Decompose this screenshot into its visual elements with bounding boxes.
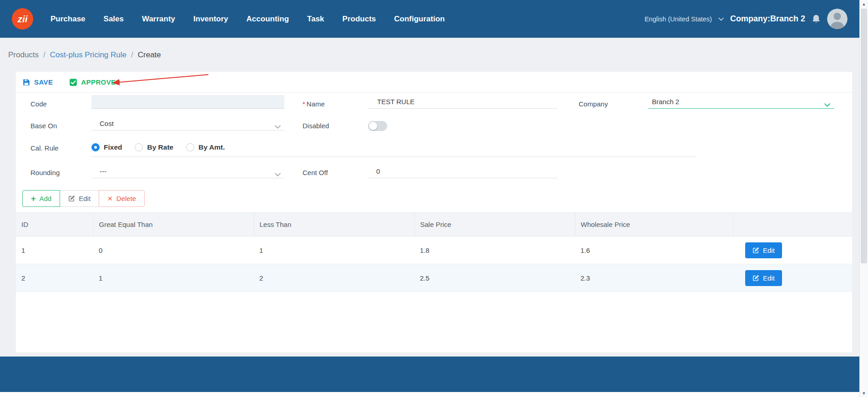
delete-label: Delete: [116, 195, 136, 202]
cell-id: 2: [16, 264, 93, 292]
row-edit-button[interactable]: Edit: [745, 270, 782, 286]
breadcrumb-create: Create: [138, 50, 161, 60]
app-logo[interactable]: zii: [12, 8, 33, 30]
edit-button[interactable]: Edit: [60, 190, 99, 207]
radio-option-by-rate[interactable]: By Rate: [135, 143, 173, 151]
col-header-wholesale-price: Wholesale Price: [575, 213, 733, 236]
add-button[interactable]: + Add: [22, 190, 60, 207]
company-selector[interactable]: Company:Branch 2: [730, 14, 805, 24]
edit-label: Edit: [79, 195, 91, 202]
rounding-value: ---: [91, 167, 106, 175]
pencil-icon: [68, 195, 75, 202]
company-value: Branch 2: [648, 98, 679, 106]
content-card: SAVE APPROVE Code *Name: [16, 72, 852, 352]
scroll-up-arrow[interactable]: ▲: [860, 0, 868, 8]
cent-off-label: Cent Off: [303, 168, 328, 177]
breadcrumb-products[interactable]: Products: [8, 50, 39, 60]
screen: zii Purchase Sales Warranty Inventory Ac…: [0, 0, 868, 397]
cell-wholesale-price: 2.3: [575, 264, 733, 292]
vertical-scrollbar[interactable]: ▲ ▼: [859, 0, 868, 397]
cent-off-input[interactable]: 0: [368, 165, 558, 178]
menu-item-purchase[interactable]: Purchase: [50, 15, 86, 24]
radio-label: Fixed: [104, 143, 122, 151]
save-button[interactable]: SAVE: [22, 78, 53, 86]
col-header-great-equal-than: Great Equal Than: [93, 213, 254, 236]
delete-button[interactable]: ✕ Delete: [99, 190, 145, 207]
company-select[interactable]: Branch 2: [648, 95, 834, 109]
row-edit-button[interactable]: Edit: [745, 242, 782, 258]
logo-text: zii: [17, 14, 27, 25]
radio-selected-icon: [91, 143, 100, 151]
menu-item-accounting[interactable]: Accounting: [247, 15, 289, 24]
divider: [91, 156, 696, 157]
cell-wholesale-price: 1.6: [575, 236, 733, 264]
breadcrumb-cost-plus-pricing-rule[interactable]: Cost-plus Pricing Rule: [50, 50, 126, 60]
language-selector[interactable]: English (United States): [645, 15, 712, 23]
person-icon: [827, 9, 848, 29]
scroll-down-arrow[interactable]: ▼: [860, 389, 868, 397]
col-header-sale-price: Sale Price: [414, 213, 575, 236]
approve-label: APPROVE: [81, 78, 116, 86]
radio-unselected-icon: [135, 143, 143, 151]
scrollbar-thumb[interactable]: [861, 9, 867, 263]
name-label-text: Name: [307, 100, 325, 108]
cell-less-than: 1: [254, 236, 414, 264]
menu-item-task[interactable]: Task: [307, 15, 324, 24]
approve-button[interactable]: APPROVE: [69, 78, 116, 86]
price-tier-table: ID Great Equal Than Less Than Sale Price…: [16, 212, 852, 292]
table-header-row: ID Great Equal Than Less Than Sale Price…: [16, 213, 852, 236]
menu-item-sales[interactable]: Sales: [104, 15, 124, 24]
menu-item-warranty[interactable]: Warranty: [142, 15, 175, 24]
cal-rule-radio-group: Fixed By Rate By Amt.: [91, 143, 225, 151]
disabled-label: Disabled: [303, 121, 329, 131]
table-row[interactable]: 1 0 1 1.8 1.6 Edit: [16, 236, 852, 264]
cell-less-than: 2: [254, 264, 414, 292]
menu-item-inventory[interactable]: Inventory: [193, 15, 228, 24]
chevron-down-icon: [275, 170, 281, 178]
menu-item-products[interactable]: Products: [343, 15, 376, 24]
name-value: TEST RULE: [368, 98, 414, 106]
row-edit-label: Edit: [763, 274, 775, 282]
save-label: SAVE: [34, 78, 53, 86]
radio-label: By Rate: [147, 143, 173, 151]
notifications-bell-icon[interactable]: [812, 14, 821, 24]
col-header-actions: [733, 213, 852, 236]
cell-actions: Edit: [733, 236, 852, 264]
code-input[interactable]: [91, 95, 284, 109]
user-avatar[interactable]: [827, 9, 848, 29]
grid-actions: + Add Edit ✕ Delete: [22, 190, 145, 207]
breadcrumb: Products / Cost-plus Pricing Rule / Crea…: [0, 38, 859, 72]
cell-id: 1: [16, 236, 93, 264]
page-bottom-strip: [0, 392, 859, 397]
rounding-select[interactable]: ---: [91, 165, 284, 178]
radio-option-by-amt[interactable]: By Amt.: [186, 143, 225, 151]
breadcrumb-separator: /: [43, 50, 45, 60]
save-icon: [22, 78, 30, 86]
code-label: Code: [30, 100, 47, 109]
cent-off-value: 0: [368, 167, 380, 175]
cal-rule-label: Cal. Rule: [30, 144, 59, 153]
disabled-toggle[interactable]: [368, 121, 387, 131]
rounding-label: Rounding: [30, 168, 60, 177]
chevron-down-icon: [824, 101, 830, 109]
breadcrumb-separator: /: [131, 50, 133, 60]
approve-check-icon: [69, 78, 77, 86]
chevron-down-icon: [275, 122, 281, 131]
pencil-icon: [752, 247, 759, 254]
name-input[interactable]: TEST RULE: [368, 95, 558, 109]
plus-icon: +: [31, 195, 36, 203]
cell-sale-price: 1.8: [414, 236, 575, 264]
x-icon: ✕: [107, 196, 113, 202]
chevron-down-icon[interactable]: [718, 17, 724, 21]
row-edit-label: Edit: [763, 246, 775, 254]
col-header-id: ID: [16, 213, 93, 236]
menu-item-configuration[interactable]: Configuration: [394, 15, 444, 24]
main-menu: Purchase Sales Warranty Inventory Accoun…: [50, 15, 445, 24]
pricing-rule-form: Code *Name TEST RULE Company Branch 2: [16, 93, 852, 190]
base-on-select[interactable]: Cost: [91, 117, 284, 131]
cell-great-equal-than: 0: [93, 236, 254, 264]
table-row[interactable]: 2 1 2 2.5 2.3 Edit: [16, 264, 852, 292]
base-on-label: Base On: [30, 121, 57, 131]
radio-unselected-icon: [186, 143, 194, 151]
radio-option-fixed[interactable]: Fixed: [91, 143, 122, 151]
